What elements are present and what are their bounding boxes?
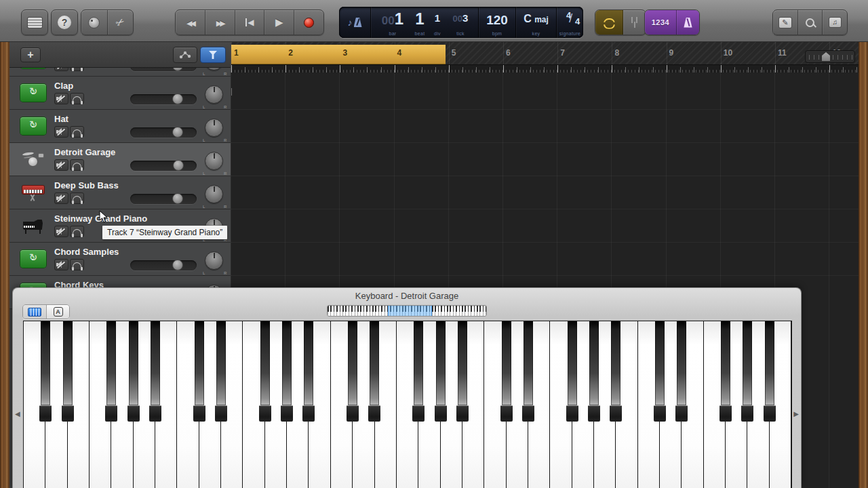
editors-button[interactable] xyxy=(108,10,134,35)
go-to-beginning-button[interactable] xyxy=(235,10,265,35)
piano-black-key[interactable] xyxy=(588,321,600,422)
volume-slider[interactable] xyxy=(130,127,197,138)
piano-black-key[interactable] xyxy=(149,321,161,422)
piano-black-key[interactable] xyxy=(302,321,315,422)
track-row[interactable]: HatLR xyxy=(9,110,231,143)
scroll-octave-right-arrow[interactable]: ▶ xyxy=(793,410,799,418)
lcd-tempo-section[interactable]: 120 bpm xyxy=(478,7,515,38)
piano-black-key[interactable] xyxy=(500,321,513,422)
play-button[interactable] xyxy=(264,10,294,35)
volume-slider-thumb[interactable] xyxy=(172,68,183,71)
piano-black-key[interactable] xyxy=(719,321,732,422)
piano-black-key[interactable] xyxy=(456,321,469,422)
solo-button[interactable] xyxy=(70,192,84,204)
volume-slider[interactable] xyxy=(130,194,197,204)
piano-black-key[interactable] xyxy=(675,321,688,422)
automation-button[interactable] xyxy=(173,47,197,63)
pan-knob[interactable] xyxy=(205,68,223,70)
scroll-octave-left-arrow[interactable]: ◀ xyxy=(15,410,20,418)
piano-black-key[interactable] xyxy=(610,321,622,422)
piano-black-key[interactable] xyxy=(347,321,359,422)
piano-black-key[interactable] xyxy=(259,321,271,422)
solo-button[interactable] xyxy=(70,68,84,71)
solo-button[interactable] xyxy=(70,126,84,138)
volume-slider-thumb[interactable] xyxy=(172,127,183,138)
mute-button[interactable] xyxy=(54,93,68,104)
tuner-button[interactable] xyxy=(623,10,646,35)
pan-knob[interactable] xyxy=(205,119,223,137)
volume-slider-thumb[interactable] xyxy=(172,193,183,204)
loop-browser-button[interactable] xyxy=(798,10,823,35)
timeline-ruler[interactable]: 123456789101112 xyxy=(231,42,859,73)
piano-black-key[interactable] xyxy=(127,321,140,422)
musical-typing-button[interactable]: A xyxy=(46,305,69,319)
mute-button[interactable] xyxy=(54,68,68,71)
playhead[interactable] xyxy=(231,88,232,96)
track-row[interactable]: Chord SamplesLR xyxy=(9,243,231,276)
volume-slider[interactable] xyxy=(130,68,197,71)
zoom-slider-thumb[interactable] xyxy=(822,52,830,61)
lcd-display[interactable]: 001 bar 1 beat 1 div 003 tick 120 bpm xyxy=(339,7,583,38)
lcd-mode-selector[interactable] xyxy=(339,7,370,38)
piano-black-key[interactable] xyxy=(566,321,578,422)
cycle-button[interactable] xyxy=(595,10,623,35)
piano-black-key[interactable] xyxy=(741,321,753,422)
volume-slider-thumb[interactable] xyxy=(172,260,183,270)
piano-black-key[interactable] xyxy=(764,321,776,422)
quick-help-button[interactable] xyxy=(51,9,78,35)
track-row[interactable]: ClapLR xyxy=(9,77,231,110)
volume-slider-thumb[interactable] xyxy=(173,160,184,171)
pan-knob[interactable] xyxy=(205,152,223,170)
key-quality: maj xyxy=(534,15,549,24)
piano-black-key[interactable] xyxy=(39,321,52,422)
track-row[interactable]: LR xyxy=(9,68,231,77)
solo-button[interactable] xyxy=(70,259,84,270)
piano-black-key[interactable] xyxy=(215,321,227,422)
count-in-button[interactable]: 1234 xyxy=(645,10,677,35)
pan-knob[interactable] xyxy=(205,251,223,270)
piano-black-key[interactable] xyxy=(435,321,447,422)
solo-button[interactable] xyxy=(70,226,84,237)
keyboard-mode-button[interactable] xyxy=(23,305,46,319)
cycle-region[interactable] xyxy=(231,45,446,64)
note-pad-button[interactable] xyxy=(773,10,798,35)
lcd-key-section[interactable]: C maj key xyxy=(515,7,556,38)
lcd-signature-section[interactable]: 4 / 4 signature xyxy=(556,7,583,38)
piano-black-key[interactable] xyxy=(654,321,666,422)
volume-slider[interactable] xyxy=(130,161,197,171)
track-row[interactable]: Detroit GarageLR xyxy=(9,143,231,176)
piano-black-key[interactable] xyxy=(193,321,205,422)
mute-button[interactable] xyxy=(54,126,68,138)
track-row[interactable]: Deep Sub BassLR xyxy=(9,176,231,209)
pan-knob[interactable] xyxy=(205,85,223,104)
keyboard-range-overview[interactable] xyxy=(327,305,487,317)
add-track-button[interactable]: + xyxy=(20,47,41,62)
solo-button[interactable] xyxy=(70,159,84,171)
solo-button[interactable] xyxy=(70,93,84,104)
piano-black-key[interactable] xyxy=(105,321,117,422)
horizontal-zoom-slider[interactable] xyxy=(805,50,855,63)
metronome-button[interactable] xyxy=(677,10,699,35)
piano-black-key[interactable] xyxy=(522,321,534,422)
piano-black-key[interactable] xyxy=(368,321,380,422)
media-browser-button[interactable] xyxy=(823,10,847,35)
volume-slider[interactable] xyxy=(130,94,197,104)
mute-button[interactable] xyxy=(54,192,68,204)
piano-black-key[interactable] xyxy=(62,321,74,422)
piano-black-key[interactable] xyxy=(281,321,293,422)
mute-button[interactable] xyxy=(54,259,68,270)
div-value: 1 xyxy=(435,11,440,26)
record-button[interactable] xyxy=(294,10,323,35)
track-filter-button[interactable] xyxy=(200,47,226,63)
volume-slider-thumb[interactable] xyxy=(172,94,183,104)
library-button[interactable] xyxy=(21,9,48,35)
piano-black-key[interactable] xyxy=(412,321,425,422)
fast-forward-button[interactable] xyxy=(205,10,235,35)
mute-button[interactable] xyxy=(54,159,68,171)
overview-visible-range[interactable] xyxy=(388,306,433,316)
rewind-button[interactable] xyxy=(176,10,205,35)
mute-button[interactable] xyxy=(54,226,68,237)
volume-slider[interactable] xyxy=(130,260,197,270)
pan-knob[interactable] xyxy=(205,185,223,203)
smart-controls-button[interactable] xyxy=(81,10,108,35)
